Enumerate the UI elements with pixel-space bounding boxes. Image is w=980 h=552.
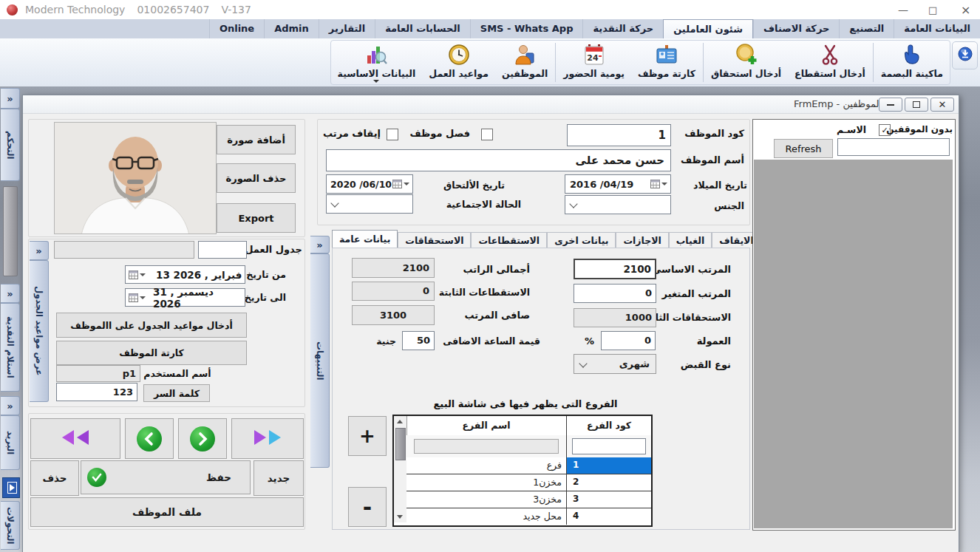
branches-scroll-thumb[interactable] xyxy=(395,428,406,460)
overtime-label: قيمة الساعة الاضافى xyxy=(435,335,540,347)
tab-absence[interactable]: الغياب xyxy=(669,232,712,248)
branch-name-cell[interactable]: مخزن3 xyxy=(406,491,566,508)
alerts-side-tab[interactable]: التنبيهات xyxy=(310,253,330,468)
branch-code-cell[interactable]: 1 xyxy=(566,457,651,474)
branch-row[interactable]: 2 مخزن1 xyxy=(406,474,651,491)
branch-name-cell[interactable]: فرع xyxy=(406,457,566,474)
toolbar-overflow-button[interactable] xyxy=(952,41,978,69)
menu-tab-sms-whatsapp[interactable]: SMS - Whats App xyxy=(470,19,583,38)
tab-deductions[interactable]: الاستقطاعات xyxy=(471,232,547,248)
branch-code-cell[interactable]: 3 xyxy=(566,491,651,508)
sidebar-mail-chevron[interactable]: » xyxy=(1,396,20,415)
branch-name-filter[interactable] xyxy=(414,439,559,454)
delete-photo-button[interactable]: حذف الصورة xyxy=(217,163,296,193)
branch-row[interactable]: 3 مخزن3 xyxy=(406,491,651,508)
branch-code-cell[interactable]: 4 xyxy=(566,508,651,525)
gender-combobox[interactable] xyxy=(565,195,671,214)
child-close-button[interactable]: ✕ xyxy=(930,98,954,112)
branch-name-header[interactable]: اسم الفرع xyxy=(406,416,566,435)
export-button[interactable]: Export xyxy=(217,203,296,233)
sidebar-item-cash-receive[interactable]: استلام النقدية xyxy=(1,303,20,392)
tab-general-data[interactable]: بيانات عامة xyxy=(332,230,398,248)
branches-scrollbar[interactable] xyxy=(394,416,407,522)
menu-tab-reports[interactable]: التقارير xyxy=(319,19,375,38)
remove-branch-button[interactable]: - xyxy=(348,487,387,527)
terminate-checkbox[interactable] xyxy=(481,129,493,140)
work-table-code-input[interactable] xyxy=(198,241,247,259)
sidebar-cash-receive-chevron[interactable]: » xyxy=(1,284,20,303)
join-date-picker[interactable]: 2020 /06/10 xyxy=(326,174,413,194)
branch-code-filter[interactable] xyxy=(572,438,646,454)
employee-name-input[interactable]: حسن محمد على xyxy=(326,149,671,171)
menu-tab-manufacturing[interactable]: التصنيع xyxy=(839,19,894,38)
birth-date-picker[interactable]: 2016 /04/19 xyxy=(565,174,671,194)
toolbar-attendance[interactable]: 24 يومية الحضور xyxy=(557,41,631,84)
alerts-chevron[interactable]: » xyxy=(310,236,330,253)
toolbar-add-deduction-label: أدخال استقطاع xyxy=(794,68,865,79)
new-button[interactable]: جديد xyxy=(253,460,304,496)
add-branch-button[interactable]: + xyxy=(348,416,387,456)
window-maximize-button[interactable]: □ xyxy=(928,0,937,19)
toolbar-employees[interactable]: الموظفين xyxy=(495,41,554,84)
password-field[interactable]: 123 xyxy=(56,383,137,401)
sidebar-item-control[interactable]: التحكم xyxy=(1,109,20,181)
add-photo-button[interactable]: أضافة صورة xyxy=(217,125,296,154)
overtime-input[interactable]: 50 xyxy=(402,331,435,350)
menu-tab-employees-affairs[interactable]: شئون العاملين xyxy=(663,19,753,38)
schedule-side-tab[interactable]: عرض مواعيد الجدول xyxy=(30,260,49,402)
menu-tab-admin[interactable]: Admin xyxy=(264,19,319,38)
marital-status-combobox[interactable] xyxy=(326,194,413,214)
branch-code-cell[interactable]: 2 xyxy=(566,474,651,491)
employee-search-input[interactable] xyxy=(837,138,950,156)
menu-tab-items-movement[interactable]: حركة الاصناف xyxy=(753,19,839,38)
from-date-picker[interactable]: 13 فبراير , 2026 xyxy=(125,265,245,284)
prev-circle-icon xyxy=(137,426,162,452)
stop-salary-checkbox[interactable] xyxy=(387,129,398,140)
child-restore-button[interactable] xyxy=(905,98,928,112)
delete-button[interactable]: حذف xyxy=(30,460,79,496)
branch-name-cell[interactable]: محل جديد xyxy=(406,508,566,525)
employee-code-input[interactable]: 1 xyxy=(567,124,671,146)
menu-tab-general-accounts[interactable]: الحسابات العامة xyxy=(375,19,470,38)
apply-schedule-button[interactable]: أدخال مواعيد الجدول على االموظف xyxy=(56,313,247,338)
toolbar-add-deduction[interactable]: أدخال استقطاع xyxy=(788,41,872,84)
toolbar-fingerprint-machine[interactable]: ماكينة البصمة xyxy=(874,41,950,84)
employee-file-button[interactable]: ملف الموظف xyxy=(30,497,304,527)
sidebar-item-transfers[interactable]: التحولات xyxy=(1,501,20,550)
menu-tab-general-data[interactable]: البيانات العامة xyxy=(894,19,980,38)
tab-vacations[interactable]: الاجازات xyxy=(616,232,668,248)
pay-type-combobox[interactable]: شهرى xyxy=(574,354,656,374)
variable-salary-input[interactable]: 0 xyxy=(574,284,656,303)
employee-card-button[interactable]: كارتة الموظف xyxy=(56,341,247,365)
refresh-button[interactable]: Refresh xyxy=(774,139,833,158)
nav-next-button[interactable] xyxy=(178,418,227,459)
sidebar-control-chevron[interactable]: » xyxy=(1,88,20,109)
nav-prev-button[interactable] xyxy=(125,418,174,459)
branch-name-cell[interactable]: مخزن1 xyxy=(406,474,566,491)
sidebar-expand-button[interactable] xyxy=(2,477,20,498)
toolbar-work-times[interactable]: مواعيد العمل xyxy=(422,41,495,84)
branch-row[interactable]: 1 فرع xyxy=(406,457,651,474)
sidebar-scroll-thumb[interactable] xyxy=(3,186,18,276)
save-button[interactable]: حفظ xyxy=(81,460,251,494)
to-date-picker[interactable]: 31 ديسمبر , 2026 xyxy=(125,288,245,307)
commission-input[interactable]: 0 xyxy=(601,331,656,350)
sidebar-item-mail[interactable]: البريد xyxy=(1,415,20,470)
branch-row[interactable]: 4 محل جديد xyxy=(406,508,651,525)
employee-list-area[interactable] xyxy=(754,160,953,528)
window-close-button[interactable]: × xyxy=(961,0,970,19)
toolbar-employee-card[interactable]: كارتة موظف xyxy=(631,41,702,84)
tab-other-data[interactable]: بيانات اخرى xyxy=(547,232,616,248)
nav-first-button[interactable] xyxy=(30,418,120,459)
toolbar-add-due[interactable]: أدخال استحقاق xyxy=(704,41,788,84)
child-minimize-button[interactable] xyxy=(879,98,902,112)
nav-last-button[interactable] xyxy=(231,418,304,459)
tab-dues[interactable]: الاستحقاقات xyxy=(398,232,471,248)
menu-tab-cash-movement[interactable]: حركة النقدية xyxy=(582,19,663,38)
schedule-side-chevron[interactable]: » xyxy=(30,241,49,260)
branch-code-header[interactable]: كود الفرع xyxy=(566,416,651,435)
menu-tab-online[interactable]: Online xyxy=(209,19,264,38)
basic-salary-input[interactable]: 2100 xyxy=(574,259,656,279)
window-minimize-button[interactable]: — xyxy=(898,0,908,19)
toolbar-basic-data[interactable]: البيانات الاساسية xyxy=(331,41,423,84)
